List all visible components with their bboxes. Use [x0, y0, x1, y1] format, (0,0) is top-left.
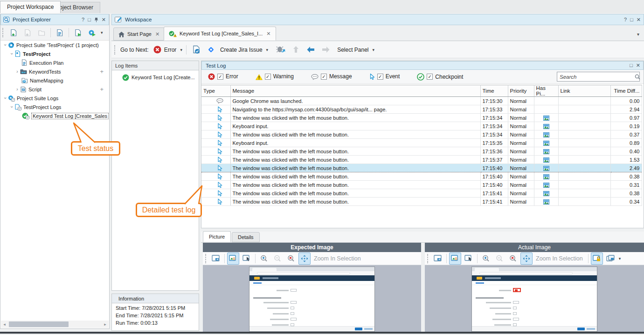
pan-tool-button[interactable] — [227, 253, 239, 265]
view-mode-button[interactable] — [604, 253, 616, 265]
zoom-in-button[interactable] — [480, 253, 492, 265]
log-row[interactable]: The window was clicked with the left mou… — [201, 156, 642, 164]
zoom-reset-button[interactable] — [507, 253, 519, 265]
report-bug-button[interactable] — [275, 44, 287, 56]
run-project-suite-button[interactable] — [86, 27, 98, 39]
create-jira-issue-button[interactable]: Create Jira Issue — [220, 47, 263, 53]
select-tool-button[interactable] — [241, 253, 253, 265]
export-image-button[interactable] — [432, 253, 444, 265]
log-row[interactable]: Navigating to the https://mysap.com:4430… — [201, 105, 642, 114]
open-item-button[interactable] — [35, 27, 48, 39]
checkpoint-checkbox[interactable]: ✓ — [427, 74, 433, 80]
go-up-button[interactable] — [290, 44, 302, 56]
close-icon[interactable]: ✕ — [636, 62, 640, 68]
zoom-out-button[interactable] — [493, 253, 506, 265]
add-script-button[interactable]: + — [100, 86, 104, 93]
log-row[interactable]: The window was clicked with the left mou… — [201, 147, 642, 156]
tab-keyword-test-log[interactable]: Keyword Test Log [Create_Sales_I... ✕ — [164, 27, 276, 41]
toolbar-grip[interactable] — [114, 45, 117, 55]
run-project-button[interactable] — [72, 27, 84, 39]
select-tool-button[interactable] — [463, 253, 475, 265]
lock-views-button[interactable] — [591, 253, 603, 265]
maximize-icon[interactable]: □ — [630, 62, 633, 68]
fit-image-button[interactable] — [520, 253, 533, 265]
help-icon[interactable]: ? — [624, 17, 627, 23]
scroll-right-icon[interactable]: ▸ — [102, 322, 109, 327]
toolbar-grip[interactable] — [205, 254, 208, 263]
tree-item-keywordtests[interactable]: › KeywordTests + — [0, 67, 109, 76]
chevron-icon[interactable]: › — [14, 87, 20, 92]
view-mode-caret[interactable]: ▾ — [619, 256, 621, 261]
add-project-button[interactable] — [7, 27, 20, 39]
expected-image-canvas[interactable] — [203, 265, 421, 332]
tab-start-page[interactable]: Start Page ✕ — [113, 27, 165, 41]
tree-item-namemapping[interactable]: NameMapping — [0, 76, 109, 85]
tree-item-testproject-logs[interactable]: › TestProject Logs — [0, 103, 109, 111]
scrollbar-thumb[interactable] — [9, 321, 69, 327]
column-time-diff[interactable]: Time Diff... — [610, 85, 642, 97]
maximize-icon[interactable]: □ — [630, 17, 633, 23]
run-dropdown-caret[interactable]: ▾ — [101, 30, 103, 35]
column-type[interactable]: Type — [201, 85, 230, 97]
fit-image-button[interactable] — [298, 253, 311, 265]
column-has-picture[interactable]: Has Pi... — [534, 85, 558, 97]
go-forward-button[interactable] — [319, 44, 332, 56]
log-row[interactable]: The window was clicked with the left mou… — [201, 130, 642, 139]
tab-project-workspace[interactable]: Project Workspace — [0, 1, 61, 13]
log-row[interactable]: Google Chrome was launched.17:15:30Norma… — [201, 97, 642, 105]
toolbar-grip[interactable] — [2, 28, 5, 37]
go-back-button[interactable] — [305, 44, 317, 56]
help-icon[interactable]: ? — [82, 17, 84, 23]
close-icon[interactable]: ✕ — [637, 17, 641, 23]
add-keyword-test-button[interactable]: + — [100, 68, 104, 75]
maximize-icon[interactable]: □ — [88, 17, 91, 23]
add-item-button[interactable] — [21, 27, 34, 39]
search-input[interactable] — [557, 74, 632, 80]
message-checkbox[interactable]: ✓ — [321, 74, 327, 80]
zoom-out-button[interactable] — [271, 253, 284, 265]
log-row[interactable]: The window was clicked with the left mou… — [201, 172, 642, 181]
select-panel-caret[interactable]: ▾ — [373, 48, 375, 52]
create-issue-button[interactable] — [190, 44, 202, 56]
chevron-icon[interactable]: › — [14, 69, 20, 74]
chevron-icon[interactable]: › — [9, 104, 14, 110]
log-row[interactable]: The window was clicked with the left mou… — [201, 198, 642, 206]
close-tab-icon[interactable]: ✕ — [266, 31, 270, 37]
jira-dropdown-caret[interactable]: ▾ — [266, 48, 269, 52]
zoom-reset-button[interactable] — [285, 253, 297, 265]
error-dropdown-caret[interactable]: ▾ — [180, 48, 182, 52]
tree-item-execution-plan[interactable]: Execution Plan — [0, 58, 109, 67]
scroll-left-icon[interactable]: ◂ — [1, 322, 8, 327]
error-checkbox[interactable]: ✓ — [217, 74, 223, 80]
column-link[interactable]: Link — [558, 85, 610, 97]
pin-icon[interactable] — [94, 17, 98, 23]
log-row[interactable]: Keyboard input.17:15:35Normal0.89 — [201, 139, 642, 147]
tree-item-project-suite-logs[interactable]: › Project Suite Logs — [0, 94, 109, 103]
close-tab-icon[interactable]: ✕ — [155, 31, 159, 37]
tab-overflow-caret[interactable]: ▾ — [637, 32, 639, 37]
log-row[interactable]: Keyboard input.17:15:34Normal0.19 — [201, 122, 642, 130]
chevron-icon[interactable]: › — [3, 42, 8, 48]
log-row[interactable]: The window was clicked with the left mou… — [201, 114, 642, 122]
actual-image-canvas[interactable] — [425, 265, 644, 332]
log-item[interactable]: Keyword Test Log [Create... — [112, 73, 199, 82]
go-to-next-error-button[interactable]: Error — [164, 47, 177, 53]
event-checkbox[interactable]: ✓ — [377, 74, 383, 80]
export-image-button[interactable] — [210, 253, 222, 265]
warning-checkbox[interactable]: ✓ — [265, 74, 271, 80]
horizontal-scrollbar[interactable]: ◂ ▸ — [1, 321, 109, 328]
zoom-in-button[interactable] — [258, 253, 270, 265]
tree-item-script[interactable]: › Script + — [0, 85, 109, 94]
pan-tool-button[interactable] — [449, 253, 461, 265]
tree-item-project-suite[interactable]: › Project Suite 'TestProject' (1 project… — [0, 41, 109, 49]
column-message[interactable]: Message — [230, 85, 480, 97]
chevron-icon[interactable]: › — [3, 96, 8, 101]
tab-details[interactable]: Details — [232, 232, 260, 242]
search-icon[interactable] — [632, 74, 643, 80]
select-panel-button[interactable]: Select Panel — [337, 47, 368, 53]
column-time[interactable]: Time — [480, 85, 508, 97]
tree-item-testproject[interactable]: › TestProject — [0, 49, 109, 58]
log-row[interactable]: The window was clicked with the left mou… — [201, 164, 642, 172]
tree-item-keyword-test-log[interactable]: Keyword Test Log [Create_Sales — [0, 111, 109, 120]
log-row[interactable]: The window was clicked with the left mou… — [201, 181, 642, 189]
